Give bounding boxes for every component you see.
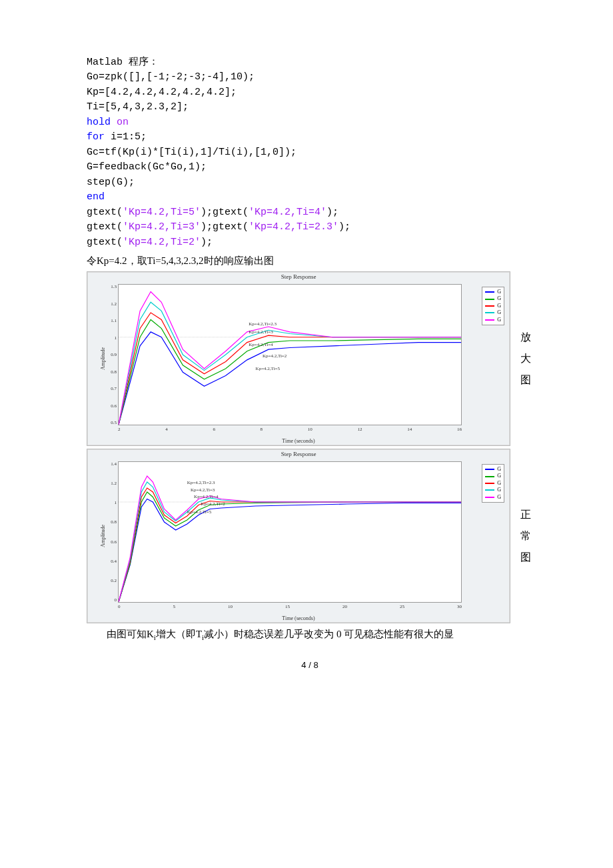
chart-zoomed: Step Response Amplitude Time (seconds) 1… (87, 271, 510, 446)
chart-normal: Step Response Amplitude Time (seconds) 1… (87, 449, 510, 623)
chart-caption: 令Kp=4.2，取Ti=5,4,3,2.3,2时的响应输出图 (87, 253, 533, 269)
legend: GGGGG (482, 287, 504, 325)
side-label-zoom: 放大图 (518, 271, 533, 446)
x-ticks: 246810121416 (118, 427, 462, 433)
page-number: 4 / 8 (87, 660, 533, 670)
conclusion-text: 由图可知Ki增大（即Ti减小）时稳态误差几乎改变为 0 可见稳态性能有很大的显 (87, 626, 533, 644)
side-label-normal: 正常图 (518, 449, 533, 623)
code-block: Matlab 程序： Go=zpk([],[-1;-2;-3;-4],10); … (87, 40, 533, 250)
y-ticks: 1.31.21.110.90.80.70.60.5 (106, 284, 117, 425)
